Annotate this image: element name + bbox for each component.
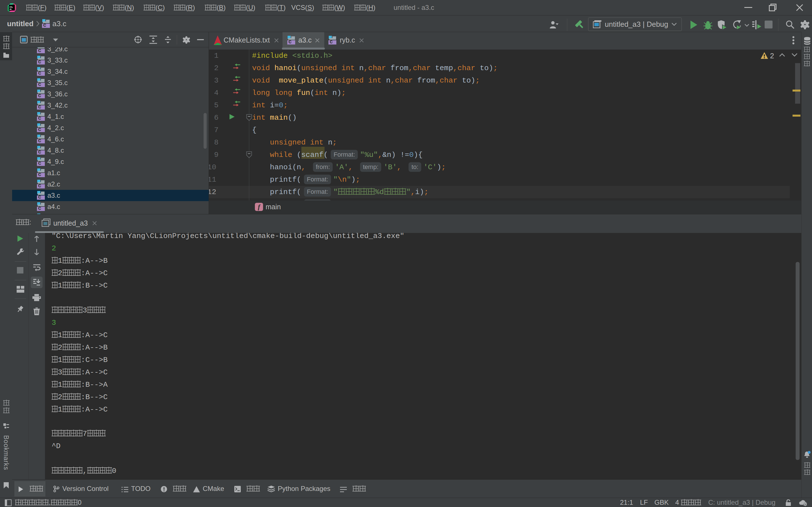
svg-text:CL: CL [10,5,13,8]
